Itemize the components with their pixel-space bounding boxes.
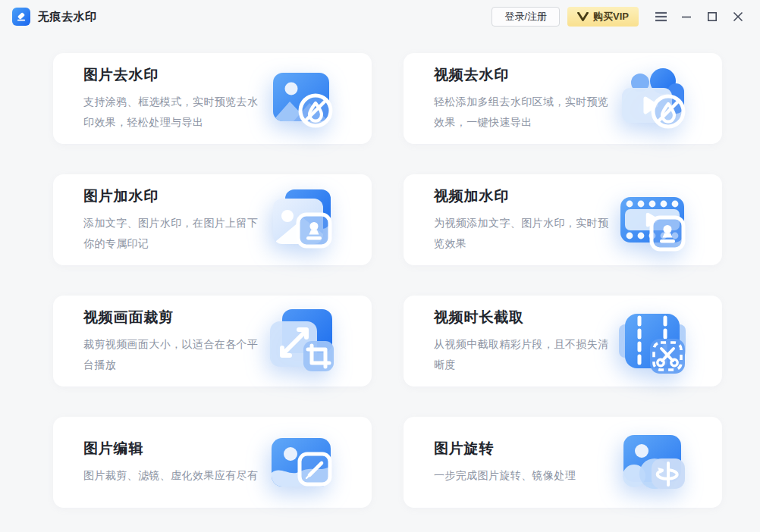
eraser-icon [15,11,27,23]
minimize-icon [681,11,692,22]
menu-icon [655,11,667,22]
card-description: 裁剪视频画面大小，以适合在各个平台播放 [83,334,264,375]
minimize-button[interactable] [674,5,699,29]
video-trim-icon [616,305,689,377]
app-title: 无痕去水印 [38,10,97,24]
card-video-trim[interactable]: 视频时长截取 从视频中截取精彩片段，且不损失清晰度 [404,296,722,386]
close-button[interactable] [725,5,751,29]
card-description: 支持涂鸦、框选模式，实时预览去水印效果，轻松处理与导出 [83,92,264,133]
card-description: 从视频中截取精彩片段，且不损失清晰度 [434,334,614,375]
menu-button[interactable] [648,5,674,29]
card-video-add-watermark[interactable]: 视频加水印 为视频添加文字、图片水印，实时预览效果 [404,174,722,265]
card-title: 视频加水印 [434,186,616,206]
card-title: 图片编辑 [83,439,265,458]
titlebar: 无痕去水印 登录/注册 购买VIP [0,0,760,33]
maximize-icon [707,11,718,22]
card-title: 视频画面裁剪 [83,308,265,327]
video-remove-watermark-icon [616,62,689,135]
feature-grid: 图片去水印 支持涂鸦、框选模式，实时预览去水印效果，轻松处理与导出 视频去水印 … [0,33,760,508]
card-title: 图片旋转 [434,439,616,458]
window-controls [648,5,751,29]
card-description: 图片裁剪、滤镜、虚化效果应有尽有 [83,465,264,486]
login-register-label: 登录/注册 [504,10,547,23]
video-add-watermark-icon [616,183,689,256]
card-image-rotate[interactable]: 图片旋转 一步完成图片旋转、镜像处理 [404,417,722,508]
card-description: 为视频添加文字、图片水印，实时预览效果 [434,213,614,254]
card-video-crop[interactable]: 视频画面裁剪 裁剪视频画面大小，以适合在各个平台播放 [53,296,372,386]
buy-vip-button[interactable]: 购买VIP [567,7,639,27]
card-image-add-watermark[interactable]: 图片加水印 添加文字、图片水印，在图片上留下你的专属印记 [53,174,372,265]
image-edit-icon [265,426,338,499]
card-title: 图片去水印 [83,65,265,85]
card-video-remove-watermark[interactable]: 视频去水印 轻松添加多组去水印区域，实时预览效果，一键快速导出 [404,53,722,144]
card-image-edit[interactable]: 图片编辑 图片裁剪、滤镜、虚化效果应有尽有 [53,417,372,508]
image-add-watermark-icon [265,183,338,256]
buy-vip-label: 购买VIP [593,10,629,23]
image-rotate-icon [616,426,689,499]
card-title: 图片加水印 [83,186,265,206]
card-image-remove-watermark[interactable]: 图片去水印 支持涂鸦、框选模式，实时预览去水印效果，轻松处理与导出 [53,53,372,144]
vip-v-icon [577,12,589,21]
image-remove-watermark-icon [265,62,338,135]
video-crop-icon [265,305,338,377]
app-logo [12,8,30,26]
login-register-button[interactable]: 登录/注册 [491,7,560,27]
card-description: 添加文字、图片水印，在图片上留下你的专属印记 [83,213,264,254]
close-icon [733,11,743,22]
card-description: 一步完成图片旋转、镜像处理 [434,465,614,486]
maximize-button[interactable] [699,5,725,29]
card-title: 视频时长截取 [434,308,616,327]
card-title: 视频去水印 [434,65,616,85]
card-description: 轻松添加多组去水印区域，实时预览效果，一键快速导出 [434,92,614,133]
